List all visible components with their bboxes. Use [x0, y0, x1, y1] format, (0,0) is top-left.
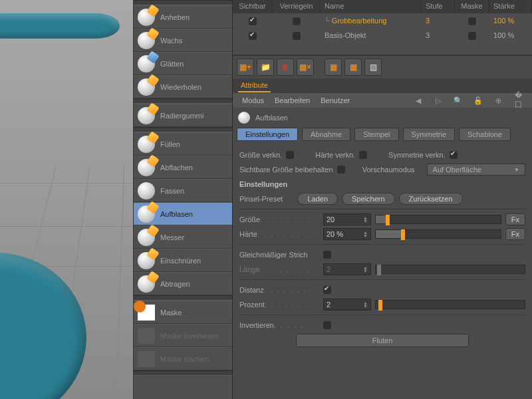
- sym-link-checkbox[interactable]: [450, 151, 458, 159]
- col-strength[interactable]: Stärke: [489, 0, 532, 13]
- tool-glaetten[interactable]: Glätten: [134, 52, 232, 75]
- menu-modus[interactable]: Modus: [242, 96, 264, 104]
- steady-checkbox[interactable]: [323, 251, 331, 259]
- col-mask[interactable]: Maske: [455, 0, 489, 13]
- tool-icon: [138, 32, 155, 49]
- add-layer-icon[interactable]: ▦+: [237, 59, 254, 76]
- tab-schablone[interactable]: Schablone: [459, 128, 511, 141]
- tool-messer[interactable]: Messer: [134, 225, 232, 249]
- tool-fassen[interactable]: Fassen: [134, 179, 232, 202]
- preset-save-button[interactable]: Speichern: [342, 193, 395, 205]
- attribute-tab[interactable]: Attribute: [238, 79, 271, 92]
- percent-slider[interactable]: [375, 300, 525, 309]
- layer-row[interactable]: └ Grobbearbeitung 3 100 %: [233, 13, 532, 28]
- nav-fwd-icon[interactable]: ▷: [434, 96, 443, 105]
- size-value: 20: [327, 215, 334, 223]
- tab-symmetrie[interactable]: Symmetrie: [403, 128, 456, 141]
- preset-load-button[interactable]: Laden: [297, 193, 338, 205]
- popout-icon[interactable]: �囗: [513, 91, 523, 110]
- tool-wachs[interactable]: Wachs: [134, 29, 232, 52]
- attribute-panel-header: Attribute: [233, 78, 532, 93]
- layer-eye-b-icon[interactable]: ▦: [344, 59, 362, 76]
- mask-checkbox[interactable]: [468, 32, 476, 40]
- preview-mode-value: Auf Oberfläche: [433, 166, 481, 174]
- hard-link-checkbox[interactable]: [359, 151, 367, 159]
- size-input[interactable]: 20▲▼: [323, 213, 371, 225]
- mesh-object-top[interactable]: [0, 13, 120, 39]
- tab-abnahme[interactable]: Abnahme: [302, 128, 350, 141]
- tool-label: Wiederholen: [160, 83, 201, 91]
- lock-icon[interactable]: 🔓: [473, 96, 483, 105]
- size-link-checkbox[interactable]: [286, 151, 294, 159]
- preset-reset-button[interactable]: Zurücksetzen: [399, 193, 463, 205]
- steady-label: Gleichmäßiger Strich: [239, 251, 308, 259]
- tool-label: Abtragen: [160, 280, 190, 288]
- tool-maske[interactable]: Maske: [134, 301, 232, 324]
- preview-mode-dropdown[interactable]: Auf Oberfläche ▼: [427, 164, 525, 176]
- viewport-3d[interactable]: [0, 0, 133, 399]
- hard-input[interactable]: 20 %▲▼: [323, 228, 371, 240]
- lock-checkbox[interactable]: [293, 32, 301, 40]
- hard-fx-button[interactable]: Fx: [505, 228, 525, 240]
- layer-action-a-icon[interactable]: ▦×: [297, 59, 314, 76]
- menu-bearbeiten[interactable]: Bearbeiten: [275, 96, 310, 104]
- new-window-icon[interactable]: ⊕: [493, 96, 503, 105]
- layer-misc-icon[interactable]: ▧: [364, 59, 382, 76]
- flood-button[interactable]: Fluten: [296, 334, 469, 347]
- add-folder-icon[interactable]: 📁: [257, 59, 274, 76]
- tool-label: Maske invertieren: [160, 332, 218, 340]
- tool-icon: [138, 252, 155, 269]
- visible-checkbox[interactable]: [249, 17, 257, 25]
- tool-icon: [138, 9, 155, 26]
- tool-einschnueren[interactable]: Einschnüren: [134, 249, 232, 272]
- tool-label: Wachs: [160, 37, 182, 45]
- tab-einstellungen[interactable]: Einstellungen: [237, 128, 298, 141]
- tool-icon: [138, 107, 155, 124]
- distance-label: Distanz: [239, 286, 264, 294]
- layer-level: 3: [422, 17, 455, 25]
- length-input: 2▲▼: [323, 263, 371, 275]
- col-visible[interactable]: Sichtbar: [233, 0, 273, 13]
- percent-input[interactable]: 2▲▼: [323, 299, 371, 311]
- tool-wiederholen[interactable]: Wiederholen: [134, 75, 232, 98]
- tool-label: Aufblasen: [160, 210, 193, 218]
- tool-fuellen[interactable]: Füllen: [134, 132, 232, 156]
- tool-maske-loeschen[interactable]: Maske löschen: [134, 347, 232, 370]
- tool-label: Messer: [160, 233, 184, 241]
- layer-eye-a-icon[interactable]: ▦: [325, 59, 342, 76]
- keep-visible-size-checkbox[interactable]: [337, 166, 345, 174]
- layer-strength: 100 %: [489, 31, 532, 39]
- size-link-label: Größe verkn.: [239, 151, 282, 159]
- nav-back-icon[interactable]: ◀: [414, 96, 423, 105]
- lock-checkbox[interactable]: [293, 17, 301, 25]
- tool-radiergummi[interactable]: Radiergummi: [134, 104, 232, 127]
- col-name[interactable]: Name: [321, 0, 422, 13]
- tool-abtragen[interactable]: Abtragen: [134, 272, 232, 295]
- tool-maske-invertieren[interactable]: Maske invertieren: [134, 324, 232, 347]
- length-slider: [375, 265, 525, 274]
- tool-aufblasen[interactable]: Aufblasen: [134, 202, 232, 225]
- length-label: Länge: [239, 265, 260, 273]
- tool-icon: [138, 229, 155, 246]
- tool-anheben[interactable]: Anheben: [134, 5, 232, 29]
- mask-checkbox[interactable]: [468, 17, 476, 25]
- delete-layer-icon[interactable]: 🗑: [277, 59, 294, 76]
- hard-slider[interactable]: [375, 229, 501, 239]
- size-fx-button[interactable]: Fx: [505, 213, 525, 225]
- chevron-down-icon: ▼: [514, 167, 519, 173]
- layer-row[interactable]: Basis-Objekt 3 100 %: [233, 28, 532, 43]
- tool-icon: [138, 55, 155, 72]
- distance-checkbox[interactable]: [323, 286, 331, 294]
- invert-checkbox[interactable]: [323, 321, 331, 329]
- col-lock[interactable]: Verriegeln: [273, 0, 321, 13]
- invert-label: Invertieren: [239, 321, 274, 329]
- search-icon[interactable]: 🔍: [454, 96, 463, 105]
- layer-toolbar: ▦+ 📁 🗑 ▦× ▦ ▦ ▧: [233, 55, 532, 78]
- tab-stempel[interactable]: Stempel: [354, 128, 398, 141]
- col-level[interactable]: Stufe: [422, 0, 455, 13]
- size-slider[interactable]: [375, 215, 501, 224]
- menu-benutzer[interactable]: Benutzer: [321, 96, 350, 104]
- sculpt-tool-palette: Anheben Wachs Glätten Wiederholen Radier…: [133, 0, 233, 399]
- visible-checkbox[interactable]: [249, 32, 257, 40]
- tool-abflachen[interactable]: Abflachen: [134, 156, 232, 179]
